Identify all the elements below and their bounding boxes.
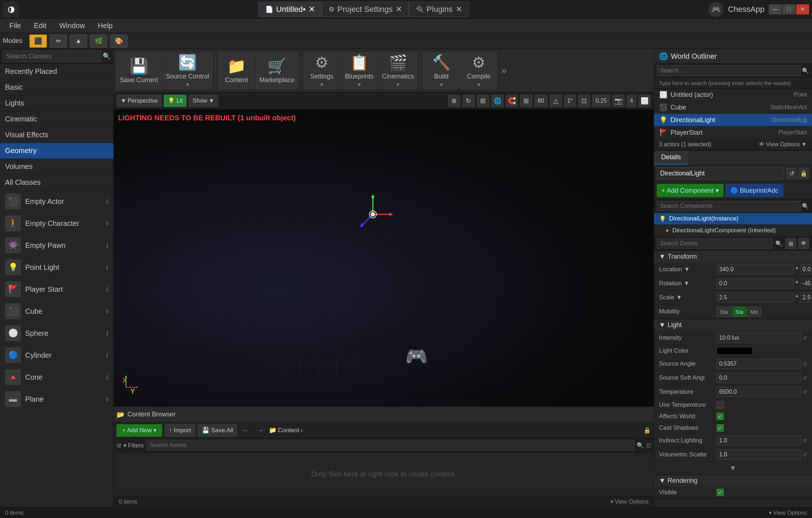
mode-paint[interactable]: ✏ — [50, 35, 67, 48]
indirect-lighting-input[interactable] — [717, 436, 801, 446]
outliner-actor-cube[interactable]: ⬛ Cube StaticMeshAct — [654, 101, 812, 114]
menu-file[interactable]: File — [3, 20, 27, 31]
volumetric-scattering-reset-btn[interactable]: ↺ — [802, 451, 807, 458]
location-x-input[interactable] — [717, 264, 794, 274]
vp-cam-btn[interactable]: 📷 — [612, 95, 624, 107]
search-details-input[interactable] — [657, 238, 772, 249]
close-button[interactable]: ✕ — [796, 4, 809, 14]
toolbar-content[interactable]: 📁 Content — [218, 53, 254, 89]
tab-project-settings-close[interactable]: ✕ — [396, 5, 402, 14]
toolbar-marketplace[interactable]: 🛒 Marketplace — [256, 53, 298, 89]
actor-cylinder[interactable]: 🔵 Cylinder ℹ — [0, 344, 113, 366]
source-angle-reset-btn[interactable]: ↺ — [802, 361, 807, 367]
use-temperature-checkbox[interactable] — [717, 401, 724, 408]
intensity-input[interactable] — [717, 333, 801, 343]
details-eye-btn[interactable]: 👁 — [798, 238, 809, 249]
category-cinematic[interactable]: Cinematic — [0, 111, 113, 127]
intensity-reset-btn[interactable]: ↺ — [802, 335, 807, 341]
mode-foliage[interactable]: 🌿 — [90, 35, 107, 48]
details-grid-view-btn[interactable]: ⊞ — [785, 238, 796, 249]
vp-lit-dropdown[interactable]: 💡 Lit — [164, 95, 186, 107]
details-refresh-btn[interactable]: ↺ — [786, 168, 797, 179]
vp-translate-btn[interactable]: ⊕ — [448, 95, 460, 107]
vp-scale2-btn[interactable]: ⊡ — [578, 95, 590, 107]
category-basic[interactable]: Basic — [0, 80, 113, 95]
vp-grid-btn[interactable]: ⊞ — [520, 95, 532, 107]
cb-filter-button[interactable]: ▾ Filters — [123, 442, 144, 449]
status-view-options[interactable]: ▾ View Options — [769, 509, 807, 516]
rotation-x-input[interactable] — [717, 278, 794, 289]
tab-plugins[interactable]: 🔌 Plugins ✕ — [409, 2, 469, 17]
actor-plane[interactable]: ▬ Plane ℹ — [0, 388, 113, 410]
search-assets-input[interactable] — [146, 440, 635, 451]
vp-maximize-btn[interactable]: ⬜ — [639, 95, 651, 107]
import-button[interactable]: ↑ Import — [165, 424, 195, 437]
vp-world-btn[interactable]: 🌐 — [491, 95, 504, 107]
actor-empty-actor[interactable]: ⬛ Empty Actor ℹ — [0, 191, 113, 213]
category-all-classes[interactable]: All Classes — [0, 175, 113, 191]
outliner-view-options[interactable]: 👁 View Options ▼ — [759, 141, 807, 148]
rotation-y-input[interactable] — [800, 278, 812, 289]
section-more-btn[interactable]: ▼ — [654, 462, 812, 474]
category-volumes[interactable]: Volumes — [0, 159, 113, 175]
tab-untitled[interactable]: 📄 Untitled• ✕ — [258, 2, 322, 17]
cb-view-options[interactable]: ▾ View Options — [610, 498, 649, 505]
actor-player-start[interactable]: 🚩 Player Start ℹ — [0, 278, 113, 300]
blueprint-button[interactable]: 🔵 Blueprint/Adc — [726, 184, 783, 197]
tab-plugins-close[interactable]: ✕ — [456, 5, 462, 14]
toolbar-source-control[interactable]: 🔄 Source Control ▼ — [163, 53, 212, 89]
mode-place[interactable]: ⬛ — [30, 35, 47, 48]
category-lights[interactable]: Lights — [0, 95, 113, 111]
minimize-button[interactable]: — — [769, 4, 782, 14]
source-angle-input[interactable] — [717, 359, 801, 369]
actor-cone[interactable]: 🔺 Cone ℹ — [0, 366, 113, 388]
search-classes-input[interactable] — [3, 50, 101, 62]
mobility-static-btn[interactable]: Sta — [717, 307, 731, 317]
toolbar-cinematics[interactable]: 🎬 Cinematics ▼ — [379, 53, 417, 89]
volumetric-scattering-input[interactable] — [717, 450, 801, 460]
mobility-movable-btn[interactable]: Mo — [747, 307, 761, 317]
menu-window[interactable]: Window — [53, 20, 91, 31]
details-name-input[interactable] — [657, 167, 784, 179]
actor-empty-character[interactable]: 🚶 Empty Character ℹ — [0, 213, 113, 235]
cb-lock-icon[interactable]: 🔒 — [644, 427, 651, 434]
component-directional-light-instance[interactable]: 💡 DirectionalLight(Instance) — [654, 213, 812, 225]
toolbar-build[interactable]: 🔨 Build ▼ — [423, 53, 459, 89]
actor-empty-pawn[interactable]: 👾 Empty Pawn ℹ — [0, 235, 113, 256]
cast-shadows-checkbox[interactable]: ✓ — [717, 424, 724, 432]
details-lock-btn[interactable]: 🔒 — [798, 168, 809, 179]
actor-sphere[interactable]: ⚪ Sphere ℹ — [0, 322, 113, 344]
toolbar-compile[interactable]: ⚙ Compile ▼ — [461, 53, 497, 89]
add-new-button[interactable]: + Add New ▾ — [117, 424, 162, 437]
world-outliner-search-input[interactable] — [657, 65, 800, 76]
tab-untitled-close[interactable]: ✕ — [308, 5, 315, 14]
outliner-actor-player-start[interactable]: 🚩 PlayerStart PlayerStart — [654, 126, 812, 139]
scale-x-input[interactable] — [717, 293, 794, 303]
mode-mesh-paint[interactable]: 🎨 — [110, 35, 127, 48]
component-directional-light-inherited[interactable]: ✦ DirectionalLightComponent (Inherited) — [654, 225, 812, 237]
indirect-lighting-reset-btn[interactable]: ↺ — [802, 437, 807, 444]
tab-project-settings[interactable]: ⚙ Project Settings ✕ — [322, 2, 409, 17]
visible-checkbox[interactable]: ✓ — [717, 489, 724, 496]
menu-help[interactable]: Help — [91, 20, 119, 31]
vp-scale-btn[interactable]: ⊞ — [477, 95, 489, 107]
vp-snap-btn[interactable]: 🧲 — [506, 95, 518, 107]
add-component-button[interactable]: + Add Component ▾ — [657, 184, 723, 197]
toolbar-save-current[interactable]: 💾 Save Current — [117, 53, 161, 89]
toolbar-blueprints[interactable]: 📋 Blueprints ▼ — [341, 53, 377, 89]
source-soft-angle-input[interactable] — [717, 373, 801, 383]
vp-perspective-dropdown[interactable]: ▼ Perspective — [117, 95, 162, 107]
menu-edit[interactable]: Edit — [27, 20, 53, 31]
nav-fwd-button[interactable]: → — [254, 425, 266, 435]
rendering-section-header[interactable]: ▼ Rendering — [654, 475, 812, 487]
search-components-input[interactable] — [657, 201, 800, 211]
affects-world-checkbox[interactable]: ✓ — [717, 413, 724, 420]
light-section-header[interactable]: ▼ Light — [654, 319, 812, 331]
outliner-actor-editor[interactable]: ⬜ Untitled (actor) Point — [654, 89, 812, 101]
scale-y-input[interactable] — [800, 293, 812, 303]
light-color-swatch[interactable] — [717, 347, 753, 355]
vp-angle-btn[interactable]: △ — [550, 95, 562, 107]
temperature-input[interactable] — [717, 387, 801, 397]
outliner-actor-directional-light[interactable]: 💡 DirectionalLight DirectionalLig — [654, 114, 812, 126]
source-soft-angle-reset-btn[interactable]: ↺ — [802, 375, 807, 381]
